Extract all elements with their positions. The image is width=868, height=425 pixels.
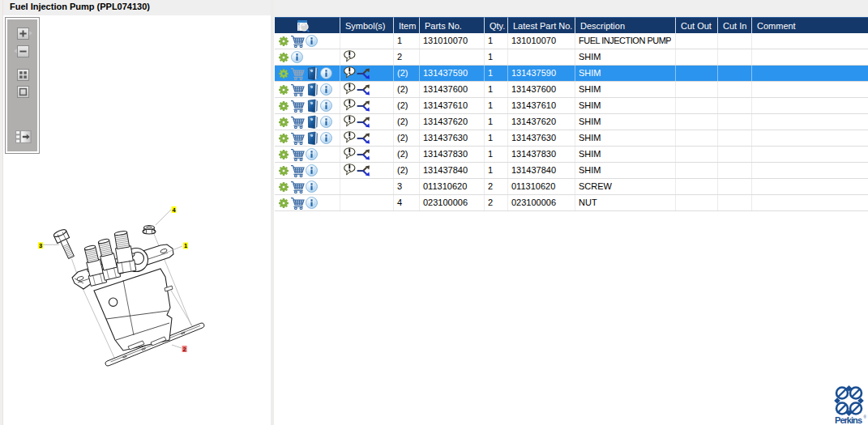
svg-text:3: 3 <box>39 242 42 249</box>
svg-text:Perkins: Perkins <box>835 415 862 425</box>
svg-text:1: 1 <box>184 242 187 249</box>
svg-text:®: ® <box>864 414 867 419</box>
svg-text:2: 2 <box>183 346 186 353</box>
